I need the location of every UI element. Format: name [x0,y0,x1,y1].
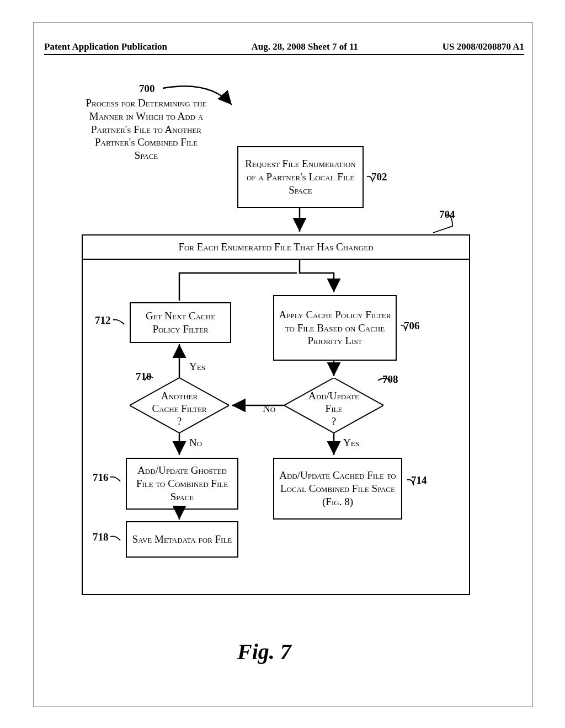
flowchart-diagram: 700 Process for Determining the Manner i… [33,72,532,656]
header-right: US 2008/0208870 A1 [443,41,524,52]
header-rule [44,54,524,55]
header-center: Aug. 28, 2008 Sheet 7 of 11 [252,41,359,52]
page-header: Patent Application Publication Aug. 28, … [44,41,524,52]
flowchart-arrows [33,72,532,656]
figure-caption: Fig. 7 [237,639,291,665]
header-left: Patent Application Publication [44,41,167,52]
